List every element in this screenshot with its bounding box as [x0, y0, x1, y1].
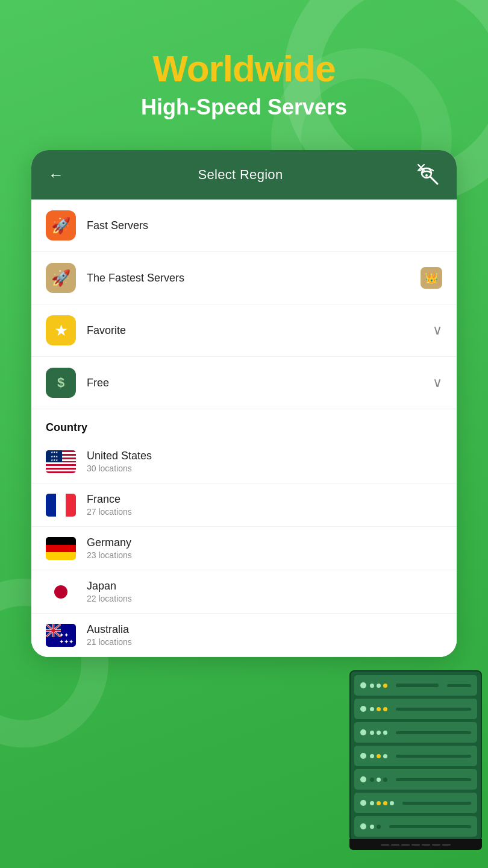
server-sm-dot-18	[383, 801, 387, 805]
server-sm-dot-16	[370, 801, 374, 805]
country-locations-au: 21 locations	[87, 637, 442, 647]
server-unit-4	[354, 746, 477, 766]
country-name-jp: Japan	[87, 580, 442, 593]
country-locations-de: 23 locations	[87, 550, 442, 560]
header-title: Select Region	[198, 167, 283, 183]
country-info-us: United States 30 locations	[87, 450, 442, 473]
flag-fr	[46, 494, 76, 517]
server-unit-7	[354, 816, 477, 837]
free-chevron-icon: ∨	[433, 375, 442, 391]
wifi-search-icon[interactable]	[417, 163, 440, 186]
server-dots-row-7	[370, 825, 381, 829]
server-sm-dot-14	[377, 778, 381, 782]
rocket-icon: 🚀	[51, 216, 70, 235]
base-line-1	[381, 844, 389, 846]
server-dots-row-6	[370, 801, 394, 805]
server-sm-dot-12	[383, 754, 387, 758]
server-dots-row-2	[370, 707, 387, 711]
country-locations-fr: 27 locations	[87, 507, 442, 517]
free-right: ∨	[433, 375, 442, 391]
flag-au-wrap: ✦✦✦✦✦	[46, 624, 76, 647]
server-dot-3	[360, 729, 366, 735]
server-dot-green	[360, 682, 366, 688]
country-info-de: Germany 23 locations	[87, 536, 442, 560]
server-sm-dot-9	[383, 731, 387, 735]
flag-jp	[46, 580, 76, 603]
country-item-fr[interactable]: France 27 locations	[31, 483, 457, 527]
country-locations-us: 30 locations	[87, 464, 442, 473]
free-label: Free	[87, 377, 433, 389]
menu-item-fastest[interactable]: 🚀 The Fastest Servers 👑	[31, 252, 457, 304]
server-sm-dot-13	[370, 778, 374, 782]
favorite-icon-wrap: ★	[46, 315, 76, 345]
country-name-us: United States	[87, 450, 442, 462]
country-item-au[interactable]: ✦✦✦✦✦ Australia 21 locations	[31, 614, 457, 657]
server-sm-dot-3	[383, 684, 387, 688]
hero-section: Worldwide High-Speed Servers	[0, 0, 488, 138]
flag-de-wrap	[46, 537, 76, 560]
server-sm-dot-19	[390, 801, 394, 805]
menu-item-free[interactable]: $ Free ∨	[31, 357, 457, 409]
flag-au: ✦✦✦✦✦	[46, 624, 76, 647]
fastest-servers-label: The Fastest Servers	[87, 272, 421, 285]
server-dot-6	[360, 800, 366, 806]
server-dot-2	[360, 706, 366, 712]
crown-icon: 👑	[421, 267, 442, 289]
server-sm-dot-1	[370, 684, 374, 688]
server-unit-5	[354, 769, 477, 790]
back-button[interactable]: ←	[48, 166, 64, 184]
flag-de	[46, 537, 76, 560]
base-line-5	[422, 844, 430, 846]
country-locations-jp: 22 locations	[87, 594, 442, 603]
country-name-au: Australia	[87, 623, 442, 636]
server-sm-dot-6	[383, 707, 387, 711]
server-rack	[349, 670, 482, 841]
fast-servers-icon-wrap: 🚀	[46, 210, 76, 241]
country-info-au: Australia 21 locations	[87, 623, 442, 647]
server-sm-dot-20	[370, 825, 374, 829]
hero-title: Worldwide	[0, 48, 488, 89]
free-icon-wrap: $	[46, 368, 76, 398]
server-unit-1	[354, 675, 477, 696]
server-dot-4	[360, 753, 366, 759]
rocket-tan-icon: 🚀	[51, 269, 70, 288]
favorite-label: Favorite	[87, 324, 433, 337]
card-header: ← Select Region	[31, 150, 457, 200]
base-line-6	[432, 844, 440, 846]
flag-us: ★★★★★★★★★	[46, 450, 76, 473]
menu-list: 🚀 Fast Servers 🚀 The Fastest Servers 👑 ★…	[31, 200, 457, 409]
svg-point-3	[425, 174, 428, 177]
server-sm-dot-4	[370, 707, 374, 711]
svg-line-1	[430, 177, 437, 184]
base-line-2	[391, 844, 399, 846]
hero-subtitle: High-Speed Servers	[0, 94, 488, 120]
server-sm-dot-21	[377, 825, 381, 829]
country-item-us[interactable]: ★★★★★★★★★ United States 30 locations	[31, 440, 457, 483]
server-unit-6	[354, 793, 477, 813]
country-info-fr: France 27 locations	[87, 493, 442, 517]
favorite-right: ∨	[433, 322, 442, 338]
server-bars-1	[396, 684, 439, 687]
country-name-fr: France	[87, 493, 442, 506]
dollar-icon: $	[57, 375, 64, 391]
menu-item-favorite[interactable]: ★ Favorite ∨	[31, 304, 457, 357]
base-line-7	[442, 844, 451, 846]
server-dot-5	[360, 776, 366, 782]
server-sm-dot-17	[377, 801, 381, 805]
menu-item-fast[interactable]: 🚀 Fast Servers	[31, 200, 457, 252]
server-dots-row-5	[370, 778, 387, 782]
server-tower	[319, 670, 488, 850]
flag-fr-wrap	[46, 494, 76, 517]
country-item-jp[interactable]: Japan 22 locations	[31, 570, 457, 614]
server-dots-row-3	[370, 731, 387, 735]
country-info-jp: Japan 22 locations	[87, 580, 442, 603]
country-header: Country	[31, 409, 457, 440]
country-item-de[interactable]: Germany 23 locations	[31, 527, 457, 570]
server-sm-dot-7	[370, 731, 374, 735]
favorite-chevron-icon: ∨	[433, 322, 442, 338]
server-unit-3	[354, 722, 477, 743]
base-line-4	[411, 844, 420, 846]
base-line-3	[401, 844, 410, 846]
server-sm-dot-5	[377, 707, 381, 711]
app-card: ← Select Region 🚀 Fast Servers	[31, 150, 457, 657]
